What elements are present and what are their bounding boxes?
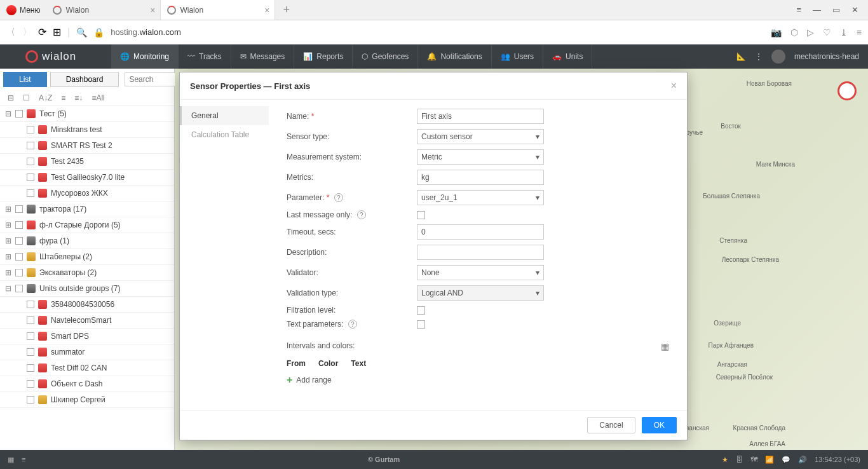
download-icon[interactable]: ⤓ — [840, 27, 848, 37]
sort-icon[interactable]: A↓Z — [36, 92, 55, 104]
reload-icon[interactable]: ⟳ — [38, 26, 46, 38]
sidebar-item[interactable]: ⊞трактора (17) — [0, 201, 174, 217]
sidebar-item[interactable]: Объект с Dash — [0, 376, 174, 392]
nav-geofences[interactable]: ⬡Geofences — [353, 44, 418, 69]
sidebar-item[interactable]: Minsktrans test — [0, 122, 174, 138]
expand-icon[interactable]: ⊞ — [5, 205, 11, 214]
speed-dial-icon[interactable]: ⊞ — [53, 26, 61, 38]
metrics-input[interactable] — [417, 170, 544, 185]
help-icon[interactable]: ? — [348, 320, 357, 329]
expand-icon[interactable]: ⊞ — [5, 268, 11, 277]
sidebar-item[interactable]: Test 2435 — [0, 154, 174, 170]
sidebar-item[interactable]: SMART RS Test 2 — [0, 138, 174, 154]
check-all-icon[interactable]: ☐ — [20, 92, 32, 104]
expand-icon[interactable]: ⊟ — [5, 109, 11, 118]
close-window-icon[interactable]: ✕ — [851, 5, 858, 15]
search-icon[interactable]: 🔍 — [76, 27, 87, 37]
checkbox[interactable] — [15, 221, 23, 229]
nav-messages[interactable]: ✉Messages — [231, 44, 295, 69]
checkbox[interactable] — [15, 237, 23, 245]
sidebar-item[interactable]: NavtelecomSmart — [0, 313, 174, 329]
ruler-icon[interactable]: 📐 — [736, 52, 746, 61]
ok-button[interactable]: OK — [642, 417, 677, 433]
username[interactable]: mechatronics-head — [794, 52, 859, 61]
forward-icon[interactable]: 〉 — [23, 27, 32, 38]
nav-monitoring[interactable]: 🌐Monitoring — [111, 44, 179, 69]
minimize-icon[interactable]: — — [813, 5, 821, 15]
avatar[interactable] — [771, 50, 785, 64]
url-field[interactable]: hosting.wialon.com — [111, 27, 181, 37]
expand-icon[interactable]: ⊞ — [5, 252, 11, 261]
sidebar-item[interactable]: Test Diff 02 CAN — [0, 360, 174, 376]
grid-footer-icon[interactable]: ▦ — [8, 456, 14, 464]
sidebar-item[interactable]: Test Galileosky7.0 lite — [0, 170, 174, 186]
checkbox[interactable] — [27, 158, 34, 165]
map-icon[interactable]: 🗺 — [750, 456, 757, 463]
description-input[interactable] — [417, 245, 544, 260]
checkbox[interactable] — [27, 173, 34, 181]
close-tab-icon[interactable]: × — [264, 5, 269, 15]
back-icon[interactable]: 〈 — [6, 27, 15, 38]
menu-icon[interactable]: ≡ — [857, 27, 862, 37]
checkbox[interactable] — [15, 110, 23, 118]
checkbox[interactable] — [15, 205, 23, 213]
checkbox[interactable] — [15, 285, 23, 292]
checkbox[interactable] — [27, 126, 34, 133]
chat-icon[interactable]: 💬 — [782, 456, 790, 464]
sidebar-item[interactable]: Smart DPS — [0, 329, 174, 344]
sidebar-item[interactable]: 358480084530056 — [0, 297, 174, 313]
expand-all-icon[interactable]: ⊟ — [5, 92, 17, 104]
star-icon[interactable]: ★ — [722, 456, 728, 464]
timeout-input[interactable] — [417, 224, 544, 240]
parameter-select[interactable]: user_2u_1 — [417, 190, 544, 205]
close-dialog-icon[interactable]: × — [671, 80, 677, 92]
sidebar-tab-dashboard[interactable]: Dashboard — [50, 72, 119, 87]
db-icon[interactable]: 🗄 — [736, 456, 743, 463]
new-tab-button[interactable]: + — [275, 3, 297, 17]
filtration-checkbox[interactable] — [417, 306, 425, 315]
nav-users[interactable]: 👥Users — [492, 44, 543, 69]
validator-select[interactable]: None — [417, 265, 544, 280]
checkbox[interactable] — [27, 301, 34, 308]
tab-general[interactable]: General — [180, 106, 269, 125]
sensor-type-select[interactable]: Custom sensor — [417, 129, 544, 144]
tab-calculation-table[interactable]: Calculation Table — [180, 125, 269, 144]
help-icon[interactable]: ? — [334, 193, 343, 202]
expand-icon[interactable]: ⊞ — [5, 236, 11, 245]
easy-setup-icon[interactable]: ≡ — [796, 5, 801, 15]
all-icon[interactable]: ≡All — [89, 92, 107, 104]
heart-icon[interactable]: ♡ — [823, 27, 831, 37]
filter2-icon[interactable]: ≡↓ — [72, 92, 85, 104]
sidebar-item[interactable]: ⊞фура (1) — [0, 233, 174, 249]
expand-icon[interactable]: ⊞ — [5, 221, 11, 229]
expand-icon[interactable]: ⊟ — [5, 284, 11, 293]
grid-icon[interactable]: ▦ — [661, 341, 669, 351]
measurement-select[interactable]: Metric — [417, 149, 544, 165]
nav-notifications[interactable]: 🔔Notifications — [418, 44, 491, 69]
sidebar-item[interactable]: summator — [0, 344, 174, 360]
sidebar-item[interactable]: ⊞ф-л Старые Дороги (5) — [0, 217, 174, 233]
send-icon[interactable]: ▷ — [807, 27, 814, 37]
sidebar-item[interactable]: ⊟Units outside groups (7) — [0, 281, 174, 297]
sidebar-item[interactable]: ⊞Штабелеры (2) — [0, 249, 174, 265]
checkbox[interactable] — [27, 380, 34, 388]
checkbox[interactable] — [27, 142, 34, 149]
sidebar-item[interactable]: Шкипер Сергей — [0, 392, 174, 408]
checkbox[interactable] — [27, 332, 34, 340]
checkbox[interactable] — [27, 396, 34, 404]
logo[interactable]: wialon — [0, 50, 111, 63]
filter-icon[interactable]: ≡ — [58, 92, 68, 104]
signal-icon[interactable]: 📶 — [765, 456, 774, 464]
text-params-checkbox[interactable] — [417, 320, 425, 329]
more-icon[interactable]: ⋮ — [755, 52, 763, 61]
sidebar-tab-list[interactable]: List — [3, 72, 47, 87]
validation-type-select[interactable]: Logical AND — [417, 285, 544, 301]
list-footer-icon[interactable]: ≡ — [22, 456, 25, 464]
help-icon[interactable]: ? — [357, 210, 366, 219]
checkbox[interactable] — [27, 364, 34, 372]
add-range-button[interactable]: + Add range — [287, 374, 669, 386]
browser-tab[interactable]: Wialon × — [46, 0, 161, 20]
browser-tab-active[interactable]: Wialon × — [161, 0, 275, 20]
checkbox[interactable] — [27, 189, 34, 197]
snapshot-icon[interactable]: 📷 — [771, 27, 782, 37]
